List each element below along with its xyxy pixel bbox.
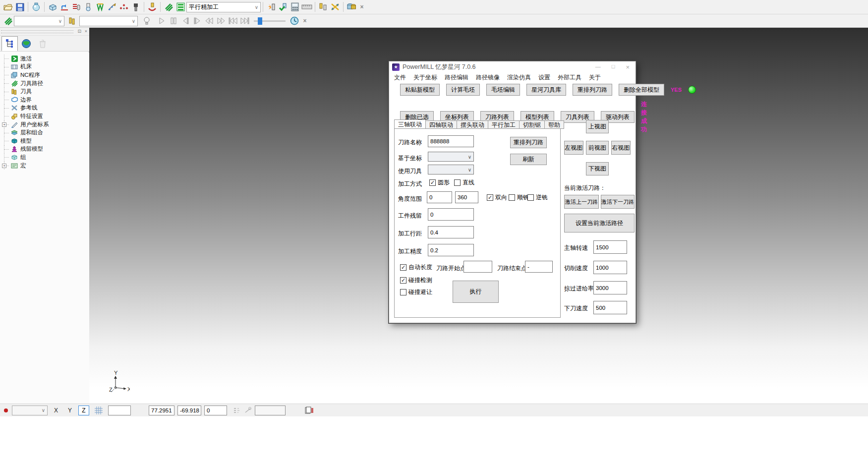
expand-icon[interactable]: + [2,122,6,127]
pencil-curve-icon[interactable] [106,1,118,13]
menu-file[interactable]: 文件 [394,73,406,82]
tree-item-activate[interactable]: 激活 [0,55,89,63]
plunge-speed-input[interactable]: 500 [593,301,627,314]
tolerance-input[interactable]: 0.2 [428,244,474,256]
tool-holder-icon[interactable] [130,1,142,13]
method-line-checkbox[interactable]: 直线 [454,178,474,187]
strategy-preset-combo[interactable]: 平行精加工 ∨ [186,2,261,12]
tool-spark-icon[interactable] [265,1,277,13]
tool-pair-icon[interactable] [317,1,329,13]
ruler-icon[interactable] [301,1,313,13]
render-shaded-icon[interactable] [30,1,42,13]
menu-render-sim[interactable]: 渲染仿真 [507,73,531,82]
refresh-button[interactable]: 刷新 [510,154,547,165]
step-forward-icon[interactable] [191,15,203,27]
paste-new-model-button[interactable]: 粘贴新模型 [400,84,440,96]
list-options-icon[interactable] [233,407,241,414]
start-point-input[interactable] [463,261,492,273]
set-active-path-button[interactable]: 设置当前激活路径 [564,214,635,232]
spindle-speed-input[interactable]: 1500 [593,240,627,254]
tool-check-icon[interactable] [277,1,289,13]
tab-saw[interactable]: 切割锯 [520,120,545,129]
tree-item-workplanes[interactable]: + 用户坐标系 [0,120,89,129]
toolpath-pattern-icon[interactable] [94,1,106,13]
expand-icon[interactable]: + [2,164,6,168]
panel-grip[interactable]: ⊡ × [0,28,89,36]
view-right-button[interactable]: 右视图 [611,141,631,155]
tree-item-macros[interactable]: + 宏 [0,162,89,170]
tree-item-boundaries[interactable]: 边界 [0,96,89,104]
view-front-button[interactable]: 前视图 [586,141,609,155]
skim-feed-input[interactable]: 3000 [593,281,627,294]
step-back-icon[interactable] [179,15,191,27]
climb-checkbox[interactable]: 顺铣 [509,193,529,202]
toolbar-close-icon[interactable]: × [357,2,366,11]
delete-all-models-button[interactable]: 删除全部模型 [619,84,664,96]
toolpath-edit-icon[interactable] [58,1,70,13]
skip-to-end-icon[interactable] [239,15,251,27]
tree-item-nc-program[interactable]: NC程序 [0,71,89,79]
menu-settings[interactable]: 设置 [538,73,550,82]
view-left-button[interactable]: 左视图 [564,141,583,155]
play-icon[interactable] [156,15,168,27]
tab-3axis[interactable]: 三轴联动 [394,119,426,129]
panel-close-icon[interactable]: × [85,29,87,34]
based-coord-combo[interactable]: ∨ [428,152,474,162]
sim-toolpath-combo[interactable]: ∨ [14,16,64,26]
statusbar-combo[interactable]: ∨ [12,405,48,415]
use-tool-combo[interactable]: ∨ [428,165,474,174]
angle-from-input[interactable]: 0 [427,191,452,203]
auto-length-checkbox[interactable]: ✓ 自动长度 [400,263,432,272]
axis-x-button[interactable]: X [51,405,61,415]
statusbar-empty-field-2[interactable] [255,405,286,415]
axis-y-button[interactable]: Y [64,405,75,415]
bidirectional-checkbox[interactable]: ✓ 双向 [487,193,507,202]
activate-next-toolpath-button[interactable]: 激活下一刀路 [601,195,635,209]
clock-icon[interactable] [289,15,300,27]
lightbulb-icon[interactable] [141,15,153,27]
tool-arc-icon[interactable] [146,1,158,13]
collision-check-checkbox[interactable]: ✓ 碰撞检测 [400,276,432,285]
tree-item-levels-sets[interactable]: 层和组合 [0,128,89,137]
open-file-icon[interactable] [2,1,14,13]
view-top-button[interactable]: 上视图 [586,120,609,133]
calculator-icon[interactable] [289,1,301,13]
tab-globe[interactable] [18,36,34,51]
cursor-z-field[interactable]: 0 [204,405,227,415]
menu-coords[interactable]: 关于坐标 [413,73,437,82]
save-icon[interactable] [14,1,26,13]
pause-icon[interactable] [168,15,179,27]
calc-stock-button[interactable]: 计算毛坯 [446,84,480,96]
tree-item-groups[interactable]: 组 [0,153,89,162]
grid-snap-icon[interactable] [94,406,103,415]
stock-remain-input[interactable]: 0 [428,208,474,221]
block-icon[interactable] [47,1,58,13]
conventional-checkbox[interactable]: 逆铣 [527,193,548,202]
stock-models-icon[interactable] [346,1,357,13]
maximize-icon[interactable]: □ [612,63,615,71]
panel-float-icon[interactable]: ⊡ [77,29,81,34]
tree-item-stock-models[interactable]: 残留模型 [0,145,89,154]
tab-recycle-bin[interactable] [34,36,51,51]
rearrange-button[interactable]: 重排列刀路 [510,137,547,148]
close-icon[interactable]: × [626,63,630,71]
stepover-input[interactable]: 0.4 [428,226,474,238]
fast-forward-icon[interactable] [215,15,227,27]
cursor-x-field[interactable]: 77.2951 [149,405,174,415]
minimize-icon[interactable]: — [595,63,601,71]
end-point-input[interactable]: - [525,261,553,273]
link-icon[interactable] [244,407,252,414]
tree-item-patterns[interactable]: 参考线 [0,104,89,113]
axis-z-button[interactable]: Z [78,405,89,415]
toolpath-swirl-icon[interactable] [163,1,174,13]
activate-prev-toolpath-button[interactable]: 激活上一刀路 [564,195,599,209]
skip-to-start-icon[interactable] [227,15,239,27]
tool-library-button[interactable]: 星河刀具库 [526,84,566,96]
toolbar-close-icon[interactable]: × [300,16,309,25]
sim-speed-slider[interactable] [254,16,286,25]
toolpath-name-input[interactable]: 888888 [428,135,474,147]
tab-explorer-tree[interactable] [1,36,18,51]
tool-ball-icon[interactable] [82,1,94,13]
method-circle-checkbox[interactable]: ✓ 圆形 [429,178,450,187]
menu-external-tools[interactable]: 外部工具 [558,73,581,82]
